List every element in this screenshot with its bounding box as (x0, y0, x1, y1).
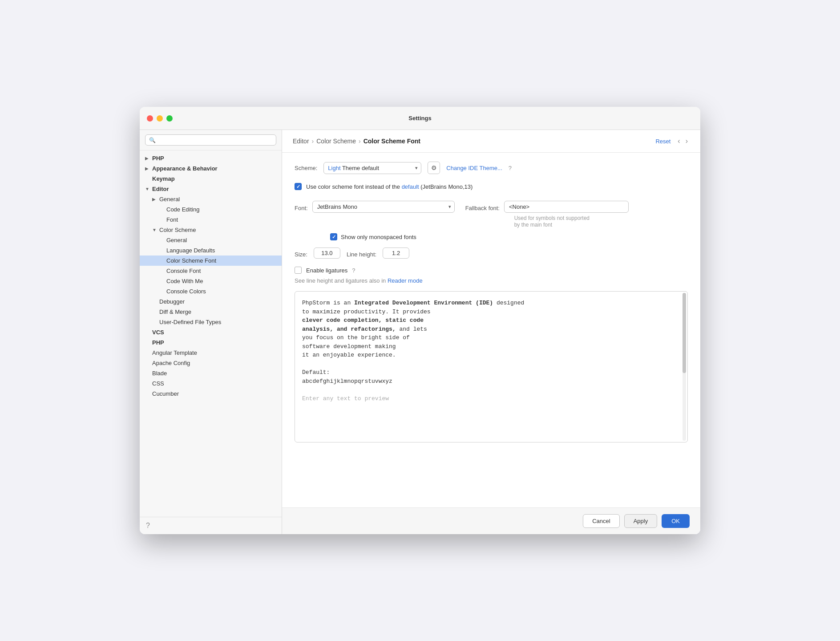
close-button[interactable] (147, 115, 153, 122)
search-wrapper[interactable]: 🔍 (145, 134, 276, 146)
sidebar-item-label: Appearance & Behavior (152, 165, 276, 172)
arrow-icon (159, 248, 166, 253)
sidebar-item-label: Console Colors (166, 288, 276, 295)
fallback-label: Fallback font: (465, 202, 500, 211)
sidebar-item-php2[interactable]: PHP (140, 337, 282, 348)
sidebar-item-label: Color Scheme (159, 227, 276, 233)
sidebar-item-blade[interactable]: Blade (140, 368, 282, 378)
sidebar-item-angular-template[interactable]: Angular Template (140, 348, 282, 358)
monospace-checkbox[interactable] (330, 233, 337, 240)
sidebar-item-label: Code Editing (166, 206, 276, 213)
arrow-icon (145, 391, 152, 396)
arrow-icon (145, 361, 152, 365)
fallback-font-input[interactable] (504, 201, 629, 213)
gear-button[interactable]: ⚙ (428, 162, 440, 174)
size-row: Size: Line height: (295, 247, 688, 259)
help-icon[interactable]: ? (509, 165, 512, 171)
default-link[interactable]: default (402, 183, 419, 190)
sidebar-item-apache-config[interactable]: Apache Config (140, 358, 282, 368)
sidebar-item-font[interactable]: Font (140, 215, 282, 225)
sidebar-item-color-scheme-font[interactable]: Color Scheme Font (140, 256, 282, 266)
sidebar-item-cs-general[interactable]: General (140, 235, 282, 245)
forward-button[interactable]: › (684, 136, 690, 146)
scheme-row: Scheme: Light Theme default Dark Theme d… (295, 162, 688, 174)
sidebar-item-general[interactable]: ▶ General (140, 194, 282, 204)
line-height-input[interactable] (383, 247, 409, 259)
sidebar-item-label: General (159, 196, 276, 203)
sidebar-item-appearance-behavior[interactable]: ▶ Appearance & Behavior (140, 163, 282, 174)
sidebar-item-label: Console Font (166, 268, 276, 274)
scheme-select-wrapper: Light Theme default Dark Theme default M… (323, 162, 421, 174)
ligatures-checkbox[interactable] (295, 267, 302, 274)
font-select[interactable]: JetBrains Mono Menlo Monaco Courier New (312, 201, 455, 213)
footer: Cancel Apply OK (282, 507, 700, 534)
titlebar: Settings (140, 107, 700, 130)
size-input[interactable] (314, 247, 340, 259)
arrow-icon (145, 381, 152, 386)
arrow-icon (159, 258, 166, 263)
nav-arrows: ‹ › (676, 136, 690, 146)
window-controls (147, 115, 173, 122)
fallback-row: Fallback font: (465, 201, 629, 213)
sidebar-item-php[interactable]: ▶ PHP (140, 153, 282, 163)
sidebar-item-editor[interactable]: ▼ Editor (140, 184, 282, 194)
sidebar-item-vcs[interactable]: VCS (140, 327, 282, 337)
use-color-scheme-checkbox[interactable] (295, 183, 302, 190)
ligatures-row: Enable ligatures ? (295, 267, 688, 274)
sidebar-item-color-scheme[interactable]: ▼ Color Scheme (140, 225, 282, 235)
scrollbar-thumb[interactable] (682, 293, 686, 373)
sidebar-item-label: General (166, 237, 276, 243)
sidebar-item-debugger[interactable]: Debugger (140, 296, 282, 307)
sidebar-item-diff-merge[interactable]: Diff & Merge (140, 307, 282, 317)
ok-button[interactable]: OK (662, 514, 690, 528)
sidebar-item-css[interactable]: CSS (140, 378, 282, 389)
sidebar-item-label: VCS (152, 329, 276, 336)
fallback-helper-text: Used for symbols not supported (514, 215, 590, 221)
reader-mode-link[interactable]: Reader mode (388, 277, 423, 284)
scheme-select[interactable]: Light Theme default Dark Theme default M… (323, 162, 421, 174)
arrow-icon (145, 330, 152, 335)
sidebar-item-language-defaults[interactable]: Language Defaults (140, 245, 282, 256)
arrow-icon (152, 299, 159, 304)
content-body: Scheme: Light Theme default Dark Theme d… (282, 153, 700, 507)
maximize-button[interactable] (166, 115, 173, 122)
sidebar-item-console-font[interactable]: Console Font (140, 266, 282, 276)
preview-scrollbar[interactable] (682, 293, 686, 441)
sidebar-item-label: Apache Config (152, 360, 276, 366)
breadcrumb-current: Color Scheme Font (363, 138, 420, 145)
arrow-icon (145, 176, 152, 181)
sidebar-item-label: Angular Template (152, 349, 276, 356)
size-label: Size: (295, 248, 307, 258)
sidebar-item-keymap[interactable]: Keymap (140, 174, 282, 184)
sidebar-item-label: Font (166, 216, 276, 223)
sidebar-item-label: Diff & Merge (159, 308, 276, 315)
sidebar-item-code-editing[interactable]: Code Editing (140, 204, 282, 215)
minimize-button[interactable] (157, 115, 163, 122)
change-ide-theme-link[interactable]: Change IDE Theme... (446, 165, 502, 171)
content-area: Editor › Color Scheme › Color Scheme Fon… (282, 130, 700, 534)
settings-window: Settings 🔍 ▶ PHP ▶ Appearance & Beh (140, 107, 700, 534)
sidebar-item-console-colors[interactable]: Console Colors (140, 286, 282, 296)
apply-button[interactable]: Apply (624, 514, 658, 528)
gear-icon: ⚙ (431, 164, 437, 171)
preview-placeholder: Enter any text to preview (302, 394, 680, 403)
fallback-font-section: Fallback font: Used for symbols not supp… (465, 201, 629, 228)
sidebar-tree: ▶ PHP ▶ Appearance & Behavior Keymap ▼ E… (140, 150, 282, 517)
arrow-icon (159, 238, 166, 243)
arrow-icon (159, 279, 166, 284)
font-label: Font: (295, 202, 308, 211)
sidebar-item-label: User-Defined File Types (159, 319, 276, 325)
cancel-button[interactable]: Cancel (583, 514, 619, 528)
sidebar-item-cucumber[interactable]: Cucumber (140, 389, 282, 399)
back-button[interactable]: ‹ (676, 136, 682, 146)
help-circle-icon[interactable]: ? (146, 522, 150, 529)
use-color-scheme-checkbox-row: Use color scheme font instead of the def… (295, 183, 688, 190)
breadcrumb-editor: Editor (293, 138, 309, 145)
search-input[interactable] (158, 137, 272, 143)
ligatures-help-icon[interactable]: ? (352, 267, 355, 274)
reset-button[interactable]: Reset (655, 138, 670, 145)
sidebar-item-code-with-me[interactable]: Code With Me (140, 276, 282, 286)
arrow-icon (159, 289, 166, 294)
search-bar: 🔍 (140, 130, 282, 150)
sidebar-item-user-defined-file-types[interactable]: User-Defined File Types (140, 317, 282, 327)
